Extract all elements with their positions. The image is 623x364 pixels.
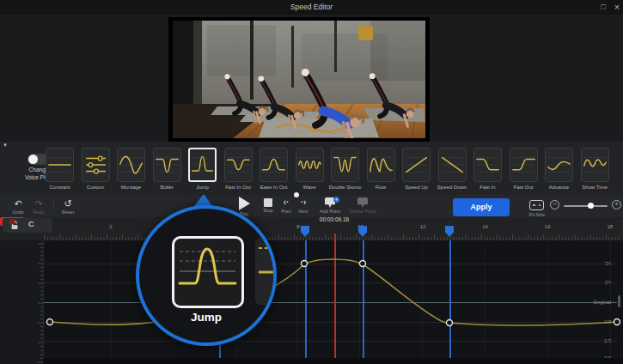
maximize-button[interactable]: □ — [597, 2, 609, 13]
undo-button[interactable]: ↶ Undo — [7, 198, 29, 215]
playhead-left-arrow[interactable]: ‹ — [2, 217, 3, 226]
apply-button[interactable]: Apply — [453, 198, 510, 216]
vertical-scale-ticks — [34, 242, 43, 364]
delete-point-button: Delete Point — [345, 197, 380, 214]
zoom-out-button[interactable]: − — [550, 200, 559, 209]
preset-wave[interactable] — [296, 148, 324, 182]
preset-fast-in-out[interactable] — [224, 148, 253, 182]
preset-label: Jump — [196, 185, 209, 190]
preset-double-slomo[interactable] — [331, 148, 359, 182]
preset-section: ▼ Change Voice Pitch ConstantCustomMonta… — [0, 142, 623, 196]
preset-fast-out[interactable] — [510, 148, 538, 182]
preset-label: Bullet — [160, 185, 173, 190]
preset-ease-in-out[interactable] — [260, 148, 288, 182]
preset-bullet[interactable] — [153, 148, 181, 182]
preset-label: Speed Up — [405, 185, 428, 190]
preset-label: Speed Down — [437, 185, 467, 190]
preset-montage[interactable] — [117, 148, 145, 182]
preset-fast-in[interactable] — [473, 148, 502, 182]
keyframe-line — [449, 240, 451, 358]
toolbar: ↶ Undo ↷ Redo ↺ Reset Play Stop ‹· Prev … — [0, 195, 623, 218]
speed-editor-window: Speed Editor □ × — [0, 0, 623, 364]
preset-scroll-indicator[interactable] — [294, 192, 299, 197]
next-icon: ·› — [294, 197, 313, 208]
preset-label: Fast In — [479, 185, 495, 190]
magnified-jump-tile — [172, 236, 244, 308]
zoom-in-button[interactable]: + — [612, 200, 621, 209]
preset-constant[interactable] — [46, 148, 74, 182]
fit-size-icon[interactable] — [529, 200, 544, 210]
video-frame-image — [173, 21, 425, 138]
reset-icon: ↺ — [57, 198, 79, 209]
preset-label: Double Slomo — [329, 185, 362, 190]
vertical-scrollbar[interactable] — [618, 295, 620, 307]
preset-speed-up[interactable] — [402, 148, 431, 182]
speed-scale-column — [0, 240, 44, 364]
window-title: Speed Editor — [0, 3, 623, 11]
neighbor-tile-fragment — [255, 238, 273, 305]
stop-button[interactable]: Stop — [258, 197, 278, 213]
callout-label: Jump — [139, 311, 273, 324]
preset-row: ConstantCustomMontageBulletJumpFast In O… — [46, 148, 609, 190]
timecode: 00:00:09.16 — [300, 216, 369, 222]
preset-label: Fast In Out — [225, 185, 251, 190]
undo-icon: ↶ — [7, 198, 29, 209]
preset-flow[interactable] — [367, 148, 395, 182]
add-point-button[interactable]: + Add Point — [315, 197, 345, 214]
playhead-right-arrow[interactable]: › — [620, 217, 621, 226]
play-icon — [239, 197, 250, 210]
preset-label: Fast Out — [513, 185, 533, 190]
redo-icon: ↷ — [27, 198, 50, 209]
preset-jump[interactable] — [188, 148, 217, 182]
redo-button: ↷ Redo — [27, 198, 50, 215]
preset-custom[interactable] — [82, 148, 110, 182]
preset-show-time[interactable] — [581, 148, 609, 182]
prev-button[interactable]: ‹· Prev — [277, 197, 296, 214]
keyframe-line — [305, 240, 307, 358]
preset-label: Show Time — [582, 185, 608, 190]
zoom-slider-track[interactable] — [564, 205, 608, 207]
preset-advance[interactable] — [545, 148, 573, 182]
preview-area — [0, 15, 623, 143]
video-preview — [168, 17, 430, 142]
zoom-slider-knob[interactable] — [588, 203, 594, 209]
title-bar: Speed Editor □ × — [0, 0, 623, 15]
reset-button[interactable]: ↺ Reset — [57, 198, 79, 215]
close-button[interactable]: × — [611, 2, 623, 13]
preset-label: Wave — [302, 185, 315, 190]
stop-icon — [264, 198, 272, 207]
snap-icon[interactable]: C — [28, 220, 34, 228]
prev-icon: ‹· — [277, 197, 296, 208]
preset-label: Constant — [49, 185, 70, 190]
timeline-ruler[interactable]: C 00:00:09.16 24681012141618 ‹ › — [0, 217, 623, 241]
preset-label: Montage — [121, 185, 141, 190]
playhead-line — [334, 234, 336, 358]
ruler-ticks — [43, 228, 623, 240]
preset-speed-down[interactable] — [438, 148, 467, 182]
preset-label: Flow — [376, 185, 387, 190]
next-button[interactable]: ·› Next — [294, 197, 313, 214]
original-speed-line — [43, 302, 617, 303]
preset-label: Advance — [549, 185, 569, 190]
collapse-arrow-icon[interactable]: ▼ — [3, 143, 8, 148]
magnifier-callout: Jump — [136, 205, 277, 346]
preset-label: Custom — [87, 185, 105, 190]
keyframe-line — [363, 240, 364, 358]
toggle-knob — [28, 155, 38, 164]
delete-point-icon — [357, 197, 368, 208]
preset-label: Ease In Out — [260, 185, 288, 190]
